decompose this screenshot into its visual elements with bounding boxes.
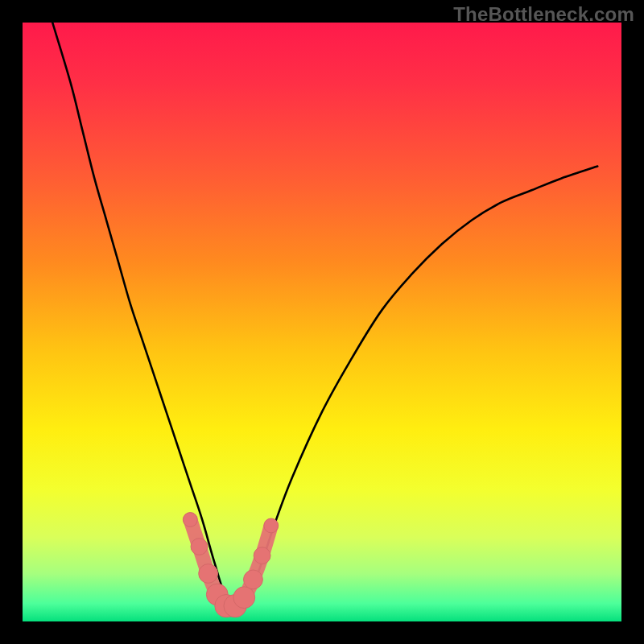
highlight-marker bbox=[199, 564, 218, 584]
highlight-marker bbox=[233, 587, 255, 609]
highlight-marker bbox=[254, 547, 270, 564]
highlight-marker bbox=[183, 513, 197, 527]
chart-plot-area bbox=[23, 23, 621, 621]
chart-svg bbox=[23, 23, 621, 621]
gradient-background bbox=[23, 23, 621, 621]
chart-frame: TheBottleneck.com bbox=[0, 0, 644, 644]
highlight-marker bbox=[264, 518, 279, 533]
highlight-marker bbox=[244, 570, 263, 589]
highlight-marker bbox=[191, 539, 208, 555]
